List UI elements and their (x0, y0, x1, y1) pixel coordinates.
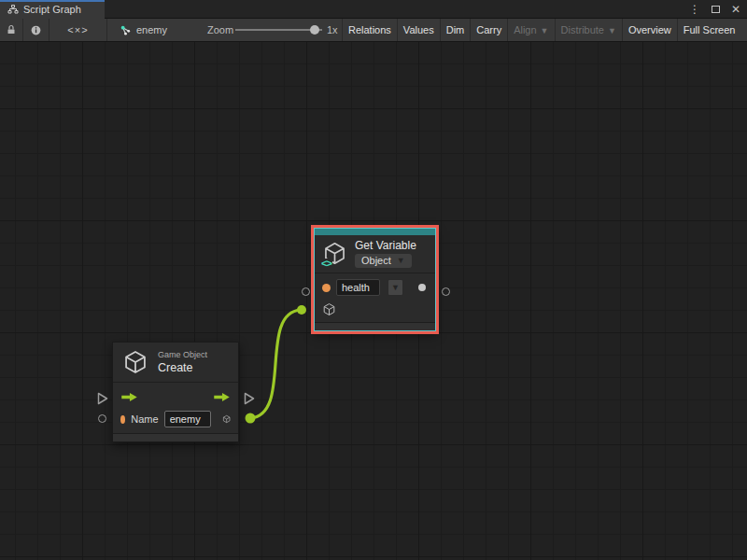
toolbar-button-label: Overview (628, 24, 671, 35)
node-header: Game Object Create (113, 343, 238, 382)
variable-name-input[interactable] (336, 279, 380, 296)
toolbar-buttons: RelationsValuesDimCarryAlign▼Distribute▼… (342, 19, 747, 41)
toolbar-button-full-screen[interactable]: Full Screen (677, 19, 741, 41)
flow-input-port[interactable] (97, 392, 108, 405)
variable-scope-dropdown[interactable]: Object ▼ (355, 254, 412, 268)
zoom-slider-handle[interactable] (310, 25, 319, 35)
variable-accent-bar (315, 229, 435, 235)
info-button[interactable] (23, 19, 49, 41)
close-icon[interactable]: ✕ (728, 1, 743, 18)
toolbar-button-relations[interactable]: Relations (342, 19, 397, 41)
gameobject-input-port-connected[interactable] (297, 305, 306, 315)
toolbar-button-label: Full Screen (684, 24, 736, 35)
node-title: Get Variable (355, 239, 416, 252)
node-footer (113, 433, 238, 441)
toolbar-button-label: Dim (446, 24, 465, 35)
window-menu-icon[interactable]: ⋮ (687, 1, 702, 18)
maximize-glyph (712, 6, 720, 13)
node-ports: ▼ (315, 273, 435, 322)
node-get-variable[interactable]: <> Get Variable Object ▼ ▼ (314, 228, 436, 331)
name-input-dot[interactable] (120, 415, 125, 424)
code-brackets-icon: <> (320, 259, 332, 269)
toolbar-button-dim[interactable]: Dim (440, 19, 471, 41)
toolbar-button-distribute[interactable]: Distribute▼ (555, 19, 622, 41)
value-output-port[interactable] (442, 287, 450, 296)
chevron-down-icon: ▼ (397, 257, 405, 265)
graph-canvas[interactable]: <> Get Variable Object ▼ ▼ (0, 42, 747, 560)
toolbar-button-overview[interactable]: Overview (622, 19, 677, 41)
breadcrumb[interactable]: enemy (120, 19, 167, 41)
toolbar-button-carry[interactable]: Carry (470, 19, 507, 41)
zoom-slider[interactable] (235, 19, 322, 41)
toolbar-button-label: Align (514, 24, 536, 35)
lock-icon (6, 24, 17, 35)
node-ports: Name (113, 383, 238, 433)
value-output-dot[interactable] (418, 284, 426, 291)
lock-button[interactable] (0, 19, 23, 41)
window-controls: ⋮ ✕ (687, 0, 743, 19)
variable-name-dropdown-button[interactable]: ▼ (388, 279, 403, 296)
node-title: Create (158, 361, 207, 374)
toolbar-button-align[interactable]: Align▼ (507, 19, 554, 41)
chevron-down-icon: ▼ (541, 26, 549, 35)
name-input-dot[interactable] (322, 284, 331, 292)
tab-script-graph[interactable]: Script Graph (0, 0, 105, 19)
script-graph-window: Script Graph ⋮ ✕ <×> enemy Zoom (0, 0, 747, 560)
graph-node-icon (120, 24, 132, 36)
variable-cube-icon: <> (322, 241, 347, 266)
gameobject-output-port-connected[interactable] (246, 413, 256, 424)
breadcrumb-graph-name: enemy (136, 24, 167, 35)
chevron-down-icon: ▼ (391, 284, 400, 292)
name-value-input[interactable] (164, 411, 211, 427)
zoom-value: 1x (327, 19, 338, 41)
tab-title: Script Graph (23, 4, 81, 15)
info-icon (30, 24, 42, 36)
flow-out-arrow-icon[interactable] (213, 392, 231, 402)
node-header: <> Get Variable Object ▼ (315, 235, 435, 273)
edit-source-button[interactable]: <×> (49, 19, 107, 41)
variable-scope-label: Object (361, 255, 391, 266)
gameobject-input-icon[interactable] (322, 302, 336, 316)
toolbar-button-label: Distribute (561, 24, 604, 35)
name-input-port[interactable] (302, 287, 310, 296)
connection-wire[interactable] (250, 310, 301, 418)
zoom-label: Zoom (207, 19, 233, 41)
toolbar-button-label: Values (403, 24, 434, 35)
toolbar-button-label: Relations (348, 24, 391, 35)
chevron-down-icon: ▼ (608, 26, 616, 35)
gameobject-output-icon[interactable] (222, 412, 231, 427)
name-input-port[interactable] (98, 414, 106, 423)
node-footer (315, 322, 435, 330)
graph-hierarchy-icon (7, 4, 19, 15)
flow-in-arrow-icon[interactable] (120, 392, 138, 402)
code-brackets-icon: <×> (67, 24, 88, 35)
node-create-game-object[interactable]: Game Object Create Name (112, 342, 239, 442)
toolbar: <×> enemy Zoom 1x RelationsValuesDimCarr… (0, 19, 747, 42)
titlebar: Script Graph ⋮ ✕ (0, 0, 747, 19)
node-category: Game Object (158, 350, 207, 359)
toolbar-button-label: Carry (476, 24, 501, 35)
maximize-icon[interactable] (708, 1, 723, 18)
param-label: Name (131, 413, 158, 425)
flow-output-port[interactable] (244, 392, 255, 405)
toolbar-button-values[interactable]: Values (397, 19, 440, 41)
gameobject-cube-icon (122, 349, 148, 375)
